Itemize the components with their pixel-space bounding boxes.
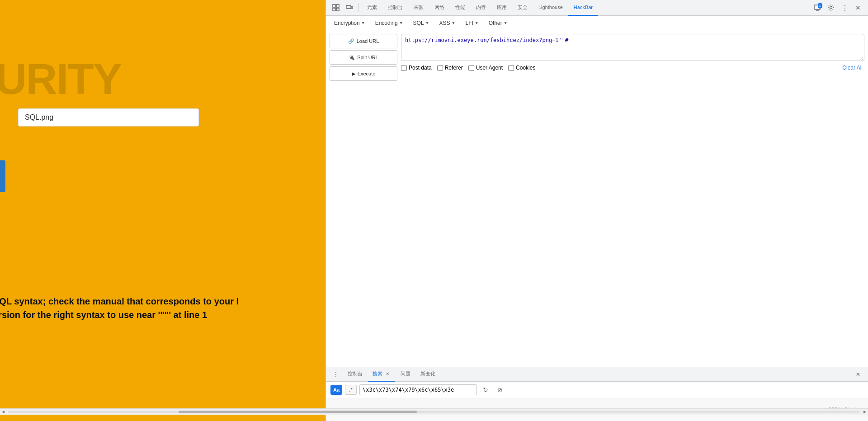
content-area xyxy=(326,84,868,367)
bottom-panel-close-btn[interactable]: ✕ xyxy=(852,368,864,381)
scroll-left-btn[interactable]: ◀ xyxy=(0,409,6,415)
scrollbar-track xyxy=(8,411,860,413)
webpage-side-btn xyxy=(0,160,5,192)
close-devtools-btn[interactable]: ✕ xyxy=(852,1,864,14)
hackbar-menu-xss[interactable]: XSS ▼ xyxy=(435,18,460,28)
hackbar-options: Post data Referer User Agent Cookies C xyxy=(401,64,864,72)
bottom-bar-actions: ✕ xyxy=(852,368,864,381)
devtools-topbar: 元素 控制台 来源 网络 性能 内存 应用 安全 Lighthouse Hack… xyxy=(326,0,868,16)
tab-security[interactable]: 安全 xyxy=(512,0,533,16)
bottom-tab-changes[interactable]: 新变化 xyxy=(416,367,440,382)
device-icon xyxy=(346,4,353,11)
hackbar-menu-other[interactable]: Other ▼ xyxy=(484,18,512,28)
three-dot-icon: ⋮ xyxy=(841,4,848,12)
settings-icon xyxy=(827,4,835,11)
tab-console[interactable]: 控制台 xyxy=(382,0,408,16)
devtools-panel: 元素 控制台 来源 网络 性能 内存 应用 安全 Lighthouse Hack… xyxy=(326,0,868,421)
clear-search-icon: ⊘ xyxy=(497,386,503,393)
referer-checkbox[interactable] xyxy=(437,65,443,71)
case-sensitive-toggle[interactable]: Aa xyxy=(330,385,342,395)
execute-button[interactable]: ▶ Execute xyxy=(330,66,397,81)
bottom-bar-tabs: ⋮ 控制台 搜索 ✕ 问题 新变化 ✕ xyxy=(326,367,868,382)
svg-rect-2 xyxy=(333,8,335,11)
split-url-button[interactable]: 🔌 Split URL xyxy=(330,50,397,65)
webpage-title: URITY xyxy=(0,54,121,104)
xss-arrow-icon: ▼ xyxy=(452,21,456,25)
search-refresh-btn[interactable]: ↻ xyxy=(480,385,491,395)
hackbar-menu: Encryption ▼ Encoding ▼ SQL ▼ XSS ▼ LFI … xyxy=(326,16,868,30)
svg-rect-4 xyxy=(346,5,351,9)
sql-arrow-icon: ▼ xyxy=(425,21,429,25)
bottom-menu-btn[interactable]: ⋮ xyxy=(330,368,342,381)
search-tab-close-icon[interactable]: ✕ xyxy=(384,371,391,377)
bottom-tab-search[interactable]: 搜索 ✕ xyxy=(368,367,395,382)
svg-rect-0 xyxy=(333,5,335,7)
svg-point-7 xyxy=(830,7,832,9)
devtools-actions: 1 ⋮ ✕ xyxy=(811,1,864,14)
other-arrow-icon: ▼ xyxy=(504,21,508,25)
post-data-option[interactable]: Post data xyxy=(401,65,432,71)
hackbar-url-area: https://rimovni.exeye.run/fesbihcez/inde… xyxy=(401,34,864,81)
tab-hackbar[interactable]: HackBar xyxy=(568,0,598,16)
refresh-icon: ↻ xyxy=(483,386,488,393)
device-toggle-btn[interactable] xyxy=(343,1,356,14)
close-icon: ✕ xyxy=(855,4,861,11)
webpage-input: SQL.png xyxy=(18,108,199,126)
inspect-icon-btn[interactable] xyxy=(330,1,342,14)
referer-option[interactable]: Referer xyxy=(437,65,463,71)
scroll-right-btn[interactable]: ▶ xyxy=(862,409,868,415)
error-line2: ersion for the right syntax to use near … xyxy=(0,308,239,322)
more-options-btn[interactable]: ⋮ xyxy=(838,1,851,14)
hackbar-menu-encoding[interactable]: Encoding ▼ xyxy=(371,18,408,28)
bottom-close-icon: ✕ xyxy=(856,371,860,378)
webpage-panel: URITY SQL.png SQL syntax; check the manu… xyxy=(0,0,326,421)
svg-rect-5 xyxy=(351,6,353,9)
inspect-icon xyxy=(332,4,340,11)
clear-all-button[interactable]: Clear All xyxy=(840,64,864,72)
lfi-arrow-icon: ▼ xyxy=(475,21,479,25)
user-agent-option[interactable]: User Agent xyxy=(468,65,503,71)
hackbar-menu-lfi[interactable]: LFI ▼ xyxy=(461,18,483,28)
separator xyxy=(359,3,359,12)
regex-toggle[interactable]: .* xyxy=(345,385,357,395)
tab-application[interactable]: 应用 xyxy=(491,0,512,16)
bottom-tab-console[interactable]: 控制台 xyxy=(343,367,367,382)
load-url-button[interactable]: 🔗 Load URL xyxy=(330,34,397,48)
split-url-icon: 🔌 xyxy=(349,55,355,61)
execute-icon: ▶ xyxy=(352,71,355,77)
hackbar-buttons: 🔗 Load URL 🔌 Split URL ▶ Execute xyxy=(330,34,397,81)
tab-performance[interactable]: 性能 xyxy=(450,0,471,16)
tab-network[interactable]: 网络 xyxy=(429,0,450,16)
svg-rect-1 xyxy=(336,5,339,7)
svg-rect-3 xyxy=(336,8,339,11)
settings-btn[interactable] xyxy=(825,1,837,14)
hackbar-menu-sql[interactable]: SQL ▼ xyxy=(409,18,434,28)
tab-sources[interactable]: 来源 xyxy=(408,0,429,16)
error-line1: SQL syntax; check the manual that corres… xyxy=(0,295,239,308)
user-agent-checkbox[interactable] xyxy=(468,65,474,71)
tab-memory[interactable]: 内存 xyxy=(471,0,491,16)
notification-btn[interactable]: 1 xyxy=(811,1,824,14)
post-data-checkbox[interactable] xyxy=(401,65,407,71)
bottom-tab-issues[interactable]: 问题 xyxy=(396,367,415,382)
devtools-tabs: 元素 控制台 来源 网络 性能 内存 应用 安全 Lighthouse Hack… xyxy=(362,0,810,16)
cookies-option[interactable]: Cookies xyxy=(508,65,535,71)
search-input[interactable] xyxy=(359,384,477,395)
search-row: Aa .* ↻ ⊘ xyxy=(326,382,868,398)
search-clear-btn[interactable]: ⊘ xyxy=(494,385,506,395)
hackbar-menu-encryption[interactable]: Encryption ▼ xyxy=(330,18,370,28)
notification-badge: 1 xyxy=(818,3,822,9)
cookies-checkbox[interactable] xyxy=(508,65,514,71)
scrollbar-thumb[interactable] xyxy=(179,411,417,413)
hackbar-main: 🔗 Load URL 🔌 Split URL ▶ Execute https:/… xyxy=(326,30,868,84)
webpage-error: SQL syntax; check the manual that corres… xyxy=(0,295,239,322)
encoding-arrow-icon: ▼ xyxy=(399,21,403,25)
tab-elements[interactable]: 元素 xyxy=(362,0,382,16)
tab-lighthouse[interactable]: Lighthouse xyxy=(533,0,568,16)
scrollbar: ◀ ▶ xyxy=(0,408,868,415)
load-url-icon: 🔗 xyxy=(348,38,354,44)
hackbar-url-input[interactable]: https://rimovni.exeye.run/fesbihcez/inde… xyxy=(401,34,864,61)
encryption-arrow-icon: ▼ xyxy=(361,21,365,25)
